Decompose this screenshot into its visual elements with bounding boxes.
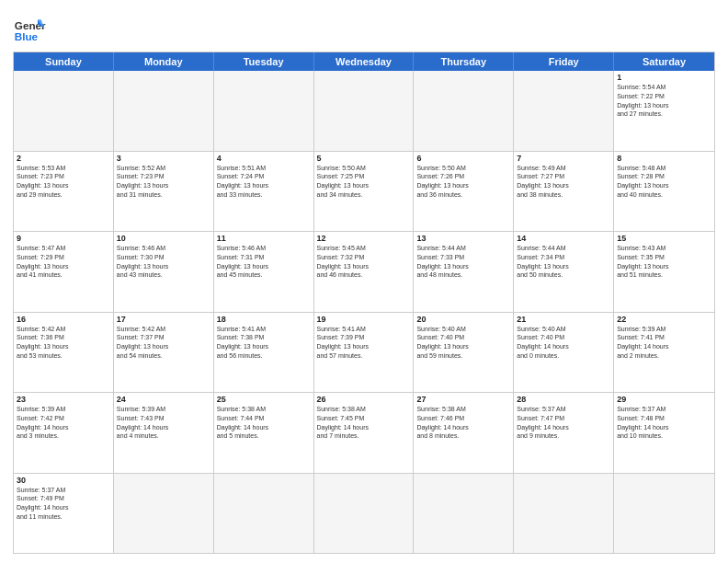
day-number: 14	[517, 234, 610, 243]
day-number: 3	[117, 154, 210, 163]
calendar-cell: 29Sunrise: 5:37 AM Sunset: 7:48 PM Dayli…	[614, 393, 714, 473]
calendar: SundayMondayTuesdayWednesdayThursdayFrid…	[13, 52, 715, 554]
day-number: 18	[217, 315, 311, 324]
day-info: Sunrise: 5:44 AM Sunset: 7:34 PM Dayligh…	[517, 244, 610, 280]
day-number: 8	[617, 154, 711, 163]
calendar-cell: 17Sunrise: 5:42 AM Sunset: 7:37 PM Dayli…	[114, 313, 214, 393]
logo: General Blue	[13, 13, 46, 46]
calendar-cell	[414, 71, 514, 151]
day-number: 13	[416, 234, 510, 243]
svg-text:Blue: Blue	[15, 30, 39, 42]
day-info: Sunrise: 5:37 AM Sunset: 7:48 PM Dayligh…	[617, 405, 711, 441]
calendar-cell: 22Sunrise: 5:39 AM Sunset: 7:41 PM Dayli…	[614, 313, 714, 393]
calendar-cell: 11Sunrise: 5:46 AM Sunset: 7:31 PM Dayli…	[214, 232, 314, 312]
calendar-cell	[14, 71, 114, 151]
day-number: 12	[317, 234, 411, 243]
day-info: Sunrise: 5:40 AM Sunset: 7:40 PM Dayligh…	[517, 325, 610, 361]
calendar-row-3: 16Sunrise: 5:42 AM Sunset: 7:36 PM Dayli…	[14, 312, 714, 393]
day-info: Sunrise: 5:53 AM Sunset: 7:23 PM Dayligh…	[17, 164, 110, 200]
day-number: 23	[17, 395, 110, 404]
day-info: Sunrise: 5:38 AM Sunset: 7:46 PM Dayligh…	[416, 405, 510, 441]
header-day-saturday: Saturday	[614, 52, 714, 71]
calendar-cell	[114, 474, 214, 554]
day-info: Sunrise: 5:48 AM Sunset: 7:28 PM Dayligh…	[617, 164, 711, 200]
day-number: 19	[317, 315, 411, 324]
calendar-cell	[514, 474, 614, 554]
day-info: Sunrise: 5:37 AM Sunset: 7:47 PM Dayligh…	[517, 405, 610, 441]
day-number: 26	[317, 395, 411, 404]
day-info: Sunrise: 5:54 AM Sunset: 7:22 PM Dayligh…	[617, 83, 711, 119]
header-day-wednesday: Wednesday	[314, 52, 415, 71]
calendar-cell: 19Sunrise: 5:41 AM Sunset: 7:39 PM Dayli…	[314, 313, 415, 393]
day-number: 27	[416, 395, 510, 404]
calendar-cell: 23Sunrise: 5:39 AM Sunset: 7:42 PM Dayli…	[14, 393, 114, 473]
calendar-row-4: 23Sunrise: 5:39 AM Sunset: 7:42 PM Dayli…	[14, 392, 714, 473]
day-info: Sunrise: 5:37 AM Sunset: 7:49 PM Dayligh…	[17, 486, 110, 522]
calendar-cell: 10Sunrise: 5:46 AM Sunset: 7:30 PM Dayli…	[114, 232, 214, 312]
day-info: Sunrise: 5:41 AM Sunset: 7:39 PM Dayligh…	[317, 325, 411, 361]
calendar-cell: 16Sunrise: 5:42 AM Sunset: 7:36 PM Dayli…	[14, 313, 114, 393]
day-number: 25	[217, 395, 311, 404]
day-number: 6	[416, 154, 510, 163]
day-number: 22	[617, 315, 711, 324]
calendar-cell	[414, 474, 514, 554]
day-info: Sunrise: 5:38 AM Sunset: 7:44 PM Dayligh…	[217, 405, 311, 441]
calendar-cell: 1Sunrise: 5:54 AM Sunset: 7:22 PM Daylig…	[614, 71, 714, 151]
day-info: Sunrise: 5:47 AM Sunset: 7:29 PM Dayligh…	[17, 244, 110, 280]
day-info: Sunrise: 5:44 AM Sunset: 7:33 PM Dayligh…	[416, 244, 510, 280]
calendar-cell: 3Sunrise: 5:52 AM Sunset: 7:23 PM Daylig…	[114, 152, 214, 232]
day-number: 7	[517, 154, 610, 163]
day-info: Sunrise: 5:50 AM Sunset: 7:26 PM Dayligh…	[416, 164, 510, 200]
calendar-cell	[314, 474, 415, 554]
day-number: 1	[617, 73, 711, 82]
calendar-cell	[614, 474, 714, 554]
day-number: 29	[617, 395, 711, 404]
day-number: 4	[217, 154, 311, 163]
day-info: Sunrise: 5:41 AM Sunset: 7:38 PM Dayligh…	[217, 325, 311, 361]
calendar-cell: 27Sunrise: 5:38 AM Sunset: 7:46 PM Dayli…	[414, 393, 514, 473]
day-info: Sunrise: 5:52 AM Sunset: 7:23 PM Dayligh…	[117, 164, 210, 200]
day-info: Sunrise: 5:45 AM Sunset: 7:32 PM Dayligh…	[317, 244, 411, 280]
calendar-row-2: 9Sunrise: 5:47 AM Sunset: 7:29 PM Daylig…	[14, 231, 714, 312]
day-info: Sunrise: 5:50 AM Sunset: 7:25 PM Dayligh…	[317, 164, 411, 200]
day-info: Sunrise: 5:49 AM Sunset: 7:27 PM Dayligh…	[517, 164, 610, 200]
day-number: 30	[17, 476, 110, 485]
logo-icon: General Blue	[13, 13, 46, 46]
calendar-cell: 12Sunrise: 5:45 AM Sunset: 7:32 PM Dayli…	[314, 232, 415, 312]
calendar-cell: 26Sunrise: 5:38 AM Sunset: 7:45 PM Dayli…	[314, 393, 415, 473]
header-day-sunday: Sunday	[14, 52, 114, 71]
day-info: Sunrise: 5:39 AM Sunset: 7:43 PM Dayligh…	[117, 405, 210, 441]
day-number: 2	[17, 154, 110, 163]
calendar-header: SundayMondayTuesdayWednesdayThursdayFrid…	[14, 52, 714, 71]
calendar-cell: 14Sunrise: 5:44 AM Sunset: 7:34 PM Dayli…	[514, 232, 614, 312]
header-day-tuesday: Tuesday	[214, 52, 314, 71]
day-info: Sunrise: 5:40 AM Sunset: 7:40 PM Dayligh…	[416, 325, 510, 361]
page: General Blue SundayMondayTuesdayWednesda…	[0, 0, 728, 563]
calendar-cell: 24Sunrise: 5:39 AM Sunset: 7:43 PM Dayli…	[114, 393, 214, 473]
calendar-cell	[514, 71, 614, 151]
day-number: 24	[117, 395, 210, 404]
calendar-cell: 15Sunrise: 5:43 AM Sunset: 7:35 PM Dayli…	[614, 232, 714, 312]
day-number: 28	[517, 395, 610, 404]
day-info: Sunrise: 5:39 AM Sunset: 7:41 PM Dayligh…	[617, 325, 711, 361]
day-info: Sunrise: 5:42 AM Sunset: 7:37 PM Dayligh…	[117, 325, 210, 361]
day-number: 21	[517, 315, 610, 324]
day-info: Sunrise: 5:38 AM Sunset: 7:45 PM Dayligh…	[317, 405, 411, 441]
header-day-thursday: Thursday	[414, 52, 514, 71]
calendar-row-5: 30Sunrise: 5:37 AM Sunset: 7:49 PM Dayli…	[14, 473, 714, 554]
day-info: Sunrise: 5:46 AM Sunset: 7:31 PM Dayligh…	[217, 244, 311, 280]
day-number: 10	[117, 234, 210, 243]
day-info: Sunrise: 5:39 AM Sunset: 7:42 PM Dayligh…	[17, 405, 110, 441]
day-number: 15	[617, 234, 711, 243]
calendar-body: 1Sunrise: 5:54 AM Sunset: 7:22 PM Daylig…	[14, 71, 714, 553]
header-day-monday: Monday	[114, 52, 214, 71]
calendar-cell: 28Sunrise: 5:37 AM Sunset: 7:47 PM Dayli…	[514, 393, 614, 473]
calendar-cell: 8Sunrise: 5:48 AM Sunset: 7:28 PM Daylig…	[614, 152, 714, 232]
day-info: Sunrise: 5:42 AM Sunset: 7:36 PM Dayligh…	[17, 325, 110, 361]
calendar-cell: 30Sunrise: 5:37 AM Sunset: 7:49 PM Dayli…	[14, 474, 114, 554]
calendar-cell	[214, 474, 314, 554]
calendar-cell: 25Sunrise: 5:38 AM Sunset: 7:44 PM Dayli…	[214, 393, 314, 473]
header: General Blue	[13, 9, 715, 46]
calendar-cell: 13Sunrise: 5:44 AM Sunset: 7:33 PM Dayli…	[414, 232, 514, 312]
calendar-cell: 2Sunrise: 5:53 AM Sunset: 7:23 PM Daylig…	[14, 152, 114, 232]
